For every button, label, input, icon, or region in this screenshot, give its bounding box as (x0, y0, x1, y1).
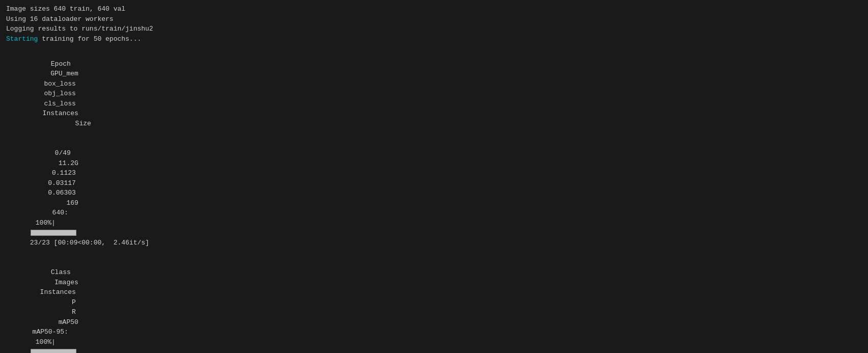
header-line3: Logging results to runs/train/jinshu2 (6, 24, 862, 34)
epoch-0-size: 640: (30, 208, 68, 218)
epoch-0-counts: 23/23 [00:09<00:00, 2.46it/s] (30, 239, 149, 247)
epoch-0-instances: 169 (30, 198, 78, 208)
header-line1: Image sizes 640 train, 640 val (6, 4, 862, 14)
epoch-0-gpu: 11.2G (30, 158, 78, 169)
epochs-container: Epoch GPU_mem box_loss obj_loss cls_loss… (6, 49, 862, 353)
label-p: P (30, 297, 76, 308)
epoch-0-id: 0/49 (30, 148, 71, 158)
epoch-0-pct: 100%| (30, 218, 56, 228)
epoch-0-box-loss: 0.1123 (30, 168, 76, 178)
epoch-0-obj-loss: 0.03117 (30, 178, 76, 188)
label-r: R (30, 307, 76, 317)
epoch-0-progress-bar (31, 230, 76, 236)
header-section: Image sizes 640 train, 640 val Using 16 … (6, 4, 862, 44)
label-map50-95: mAP50-95: (30, 327, 68, 337)
label-epoch: Epoch (30, 59, 71, 69)
label-size: Size (30, 119, 91, 129)
label-box-loss: box_loss (30, 79, 76, 89)
epoch-0-val-header: Class Images Instances P R mAP50 mAP50-9… (6, 258, 862, 354)
epoch-0-val-pct: 100%| (30, 337, 56, 347)
starting-keyword: Starting (6, 35, 38, 43)
label-instances: Instances (30, 108, 78, 119)
header-line2: Using 16 dataloader workers (6, 14, 862, 24)
label-instances-v: Instances (30, 287, 76, 297)
label-cls-loss: cls_loss (30, 99, 76, 109)
epoch-0-header: Epoch GPU_mem box_loss obj_loss cls_loss… (6, 49, 862, 139)
epoch-0-val-progress-bar (31, 349, 76, 353)
epoch-0-train: 0/49 11.2G 0.1123 0.03117 0.06303 169 64… (6, 139, 862, 258)
label-class: Class (30, 267, 71, 278)
epoch-0-block: Epoch GPU_mem box_loss obj_loss cls_loss… (6, 49, 862, 353)
header-line4: Starting training for 50 epochs... (6, 34, 862, 44)
epoch-0-cls-loss: 0.06303 (30, 188, 76, 198)
label-map50: mAP50 (30, 317, 78, 328)
label-obj-loss: obj_loss (30, 89, 76, 99)
label-gpu-mem: GPU_mem (30, 69, 78, 79)
label-images: Images (30, 278, 78, 288)
